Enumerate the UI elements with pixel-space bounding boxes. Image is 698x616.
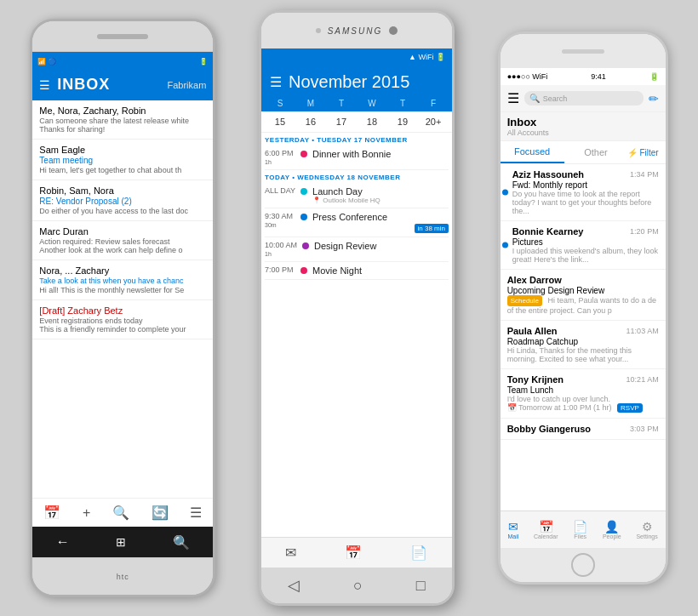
phone2-toolbar: ✉ 📅 📄 (261, 537, 452, 568)
email-item[interactable]: Robin, Sam, Nora RE: Vendor Proposal (2)… (32, 180, 213, 221)
email-time: 1:34 PM (630, 170, 659, 179)
tab-other[interactable]: Other (564, 142, 628, 163)
calendar-icon[interactable]: 📅 (43, 505, 60, 521)
phone1-brand-bar: htc (32, 557, 213, 595)
email-subject: Fwd: Monthly report (512, 180, 659, 190)
menu-icon[interactable]: ☰ (39, 78, 50, 92)
event-design-review[interactable]: 10:00 AM1h Design Review (265, 237, 449, 262)
phone2-samsung: SAMSUNG ▲ WiFi 🔋 ☰ November 2015 S M T W… (259, 10, 455, 606)
phone1-header: ☰ INBOX Fabrikam (32, 71, 213, 100)
time-display: 9:41 (591, 72, 606, 81)
event-press-conference[interactable]: 9:30 AM30m Press Conference in 38 min (265, 208, 449, 237)
email-preview: I uploaded this weekend's album, they lo… (512, 247, 659, 264)
calendar-small-icon: 📅 (507, 403, 517, 412)
phone3-screen: ●●●○○ WiFi 9:41 🔋 ☰ 🔍 Search ✏ Inbox All… (501, 68, 666, 548)
mail-nav-icon: ✉ (508, 520, 519, 533)
email-subject: Pictures (512, 237, 659, 247)
add-icon[interactable]: + (83, 505, 90, 521)
event-title: Press Conference (312, 212, 449, 222)
phone1-status-bar: 📶 🔵 🔋 (32, 52, 213, 71)
day-label-t: T (326, 99, 357, 108)
phone2-top-bar: SAMSUNG (261, 13, 452, 48)
p3-email-item[interactable]: Bobby Giangeruso 3:03 PM (501, 419, 666, 440)
p3-email-item[interactable]: Alex Darrow Upcoming Design Review Sched… (501, 270, 666, 321)
phone3-iphone: ●●●○○ WiFi 9:41 🔋 ☰ 🔍 Search ✏ Inbox All… (498, 31, 668, 585)
menu-icon[interactable]: ☰ (270, 74, 282, 90)
date-18[interactable]: 18 (357, 115, 387, 128)
p3-email-item[interactable]: Bonnie Kearney 1:20 PM Pictures I upload… (501, 221, 666, 270)
email-item[interactable]: Sam Eagle Team meeting Hi team, let's ge… (32, 140, 213, 180)
battery-status: 🔋 (649, 72, 659, 81)
date-16[interactable]: 16 (295, 115, 326, 128)
nav-files[interactable]: 📄 Files (573, 520, 587, 539)
signal-icons: 📶 🔵 (37, 58, 56, 66)
recents-button[interactable]: □ (416, 577, 426, 595)
date-20[interactable]: 20+ (418, 115, 449, 128)
files-icon[interactable]: 📄 (410, 545, 427, 561)
sync-icon[interactable]: 🔄 (152, 505, 169, 521)
event-launch[interactable]: ALL DAY Launch Day 📍 Outlook Mobile HQ (265, 183, 449, 208)
date-19[interactable]: 19 (387, 115, 418, 128)
status-icons: ▲ WiFi 🔋 (409, 53, 445, 61)
date-15[interactable]: 15 (265, 115, 295, 128)
email-preview: Hi all! This is the monthly newsletter f… (39, 286, 206, 294)
email-sender: Bonnie Kearney (512, 226, 584, 237)
home-button[interactable]: ○ (353, 577, 363, 595)
filter-label: Filter (639, 148, 658, 157)
phone3-tabs: Focused Other ⚡ Filter (501, 141, 666, 164)
nav-settings[interactable]: ⚙ Settings (636, 520, 657, 539)
inbox-label: Inbox (507, 116, 659, 128)
phone3-nav-bar: ✉ Mail 📅 Calendar 📄 Files 👤 People ⚙ (501, 510, 666, 548)
p3-email-item[interactable]: Paula Allen 11:03 AM Roadmap Catchup Hi … (501, 321, 666, 369)
nav-mail[interactable]: ✉ Mail (508, 520, 519, 539)
email-sender: Sam Eagle (39, 145, 206, 155)
email-list: Me, Nora, Zachary, Robin Can someone sha… (32, 100, 213, 498)
home-button[interactable] (571, 553, 595, 577)
email-sender: Tony Krijnen (507, 374, 564, 385)
calendar-icon[interactable]: 📅 (345, 545, 362, 561)
day-label-f: F (418, 99, 449, 108)
p3-email-list: Aziz Hassouneh 1:34 PM Fwd: Monthly repo… (501, 164, 666, 510)
date-17[interactable]: 17 (326, 115, 357, 128)
event-dot (300, 188, 307, 195)
event-movie-night[interactable]: 7:00 PM Movie Night (265, 262, 449, 280)
email-subject: Team meeting (39, 156, 206, 165)
yesterday-label: YESTERDAY • TUESDAY 17 NOVEMBER (265, 133, 449, 145)
menu-icon[interactable]: ☰ (507, 90, 519, 106)
back-button[interactable]: ← (56, 534, 70, 550)
search-input[interactable]: 🔍 Search (524, 91, 644, 106)
event-time: 7:00 PM (265, 265, 295, 274)
email-time: 11:03 AM (626, 327, 659, 335)
mail-icon[interactable]: ✉ (285, 545, 296, 561)
search-icon[interactable]: 🔍 (112, 505, 129, 521)
event-dinner[interactable]: 6:00 PM1h Dinner with Bonnie (265, 145, 449, 170)
phone1-screen: 📶 🔵 🔋 ☰ INBOX Fabrikam Me, Nora, Zachary… (32, 52, 213, 527)
back-button[interactable]: ◁ (288, 576, 300, 595)
email-preview2: This is a friendly reminder to complete … (39, 325, 206, 334)
filter-icon[interactable]: ☰ (190, 505, 202, 521)
schedule-badge: Schedule (507, 295, 542, 306)
rsvp-badge[interactable]: RSVP (617, 403, 643, 413)
phone1-toolbar: 📅 + 🔍 🔄 ☰ (32, 498, 213, 527)
search-button[interactable]: 🔍 (173, 534, 190, 550)
nav-people[interactable]: 👤 People (603, 520, 621, 539)
p3-email-item[interactable]: Tony Krijnen 10:21 AM Team Lunch I'd lov… (501, 369, 666, 419)
files-nav-icon: 📄 (573, 520, 587, 533)
tab-focused[interactable]: Focused (501, 141, 564, 163)
htc-brand: htc (117, 573, 129, 581)
email-item[interactable]: Me, Nora, Zachary, Robin Can someone sha… (32, 100, 213, 140)
email-sender: Marc Duran (39, 226, 206, 237)
p3-email-item[interactable]: Aziz Hassouneh 1:34 PM Fwd: Monthly repo… (501, 164, 666, 221)
email-item[interactable]: Marc Duran Action required: Review sales… (32, 221, 213, 260)
windows-button[interactable]: ⊞ (116, 535, 126, 549)
filter-button[interactable]: ⚡ Filter (627, 148, 658, 157)
phone1-top-bar (32, 21, 213, 52)
email-item[interactable]: [Draft] Zachary Betz Event registrations… (32, 300, 213, 339)
nav-calendar[interactable]: 📅 Calendar (534, 520, 558, 539)
email-item[interactable]: Nora, ... Zachary Take a look at this wh… (32, 260, 213, 300)
calendar-content: S M T W T F 15 16 17 18 19 20+ YESTERDAY… (261, 99, 452, 537)
nav-settings-label: Settings (636, 533, 657, 539)
unread-dot (502, 242, 508, 248)
email-preview: Schedule Hi team, Paula wants to do a de… (507, 295, 659, 315)
compose-icon[interactable]: ✏ (649, 92, 659, 106)
